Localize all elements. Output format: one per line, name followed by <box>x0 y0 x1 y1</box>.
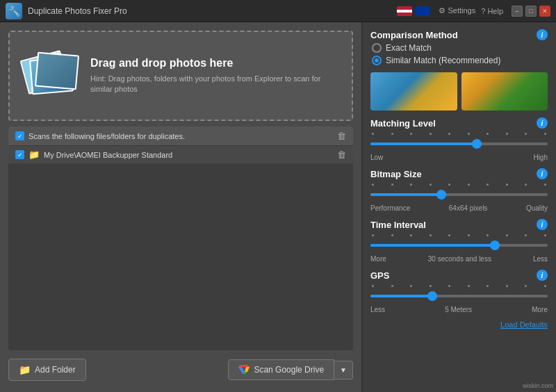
thumb-butterfly <box>370 72 457 111</box>
time-interval-title: Time Interval i <box>370 219 548 230</box>
exact-match-option[interactable]: Exact Match <box>372 43 548 53</box>
slider-dot <box>430 234 432 236</box>
slider-dot <box>468 183 470 186</box>
left-panel: Drag and drop photos here Hint: Drag pho… <box>0 22 361 392</box>
scan-drive-dropdown-button[interactable]: ▼ <box>334 361 353 379</box>
gps-section: GPS i Less <box>370 270 548 313</box>
bitmap-size-slider[interactable] <box>370 188 548 201</box>
add-folder-button[interactable]: 📁 Add Folder <box>8 359 86 381</box>
slider-dot <box>448 285 450 287</box>
gps-title: GPS i <box>370 270 548 281</box>
gps-fill <box>370 295 432 297</box>
slider-dot <box>391 183 393 186</box>
bottom-buttons: 📁 Add Folder Scan Google Drive ▼ <box>8 356 353 384</box>
slider-dot <box>430 183 432 186</box>
settings-link[interactable]: ⚙ Settings <box>439 6 475 15</box>
matching-level-dots <box>370 133 548 135</box>
file-checkbox[interactable]: ✓ <box>15 150 24 159</box>
app-title: Duplicate Photos Fixer Pro <box>28 6 127 16</box>
slider-dot <box>486 133 489 135</box>
time-interval-center: 30 seconds and less <box>428 255 491 263</box>
slider-dot <box>468 133 470 135</box>
table-row: ✓ 📁 My Drive\AOMEI Backupper Standard 🗑 <box>8 145 353 163</box>
time-interval-thumb[interactable] <box>490 240 500 250</box>
delete-file-icon[interactable]: 🗑 <box>337 149 346 160</box>
flags <box>397 6 430 16</box>
slider-dot <box>468 234 470 236</box>
similar-match-radio[interactable] <box>372 56 382 65</box>
window-controls: – □ ✕ <box>512 6 550 17</box>
file-item-label: My Drive\AOMEI Backupper Standard <box>44 151 172 159</box>
files-header-label: Scans the following files/folders for du… <box>28 132 185 140</box>
photo-card-3 <box>35 51 79 90</box>
time-interval-more: More <box>370 255 386 263</box>
gps-more: More <box>532 306 548 313</box>
bitmap-size-track <box>370 193 548 196</box>
slider-dot <box>372 133 374 135</box>
time-interval-info-icon[interactable]: i <box>537 219 548 230</box>
comparison-info-icon[interactable]: i <box>537 29 548 40</box>
bitmap-size-labels: Performance 64x64 pixels Quality <box>370 204 548 212</box>
slider-dot <box>544 133 546 135</box>
slider-dot <box>372 285 374 287</box>
similar-match-option[interactable]: Similar Match (Recommended) <box>372 56 548 65</box>
help-link[interactable]: ? Help <box>481 7 503 15</box>
bitmap-size-thumb[interactable] <box>436 190 446 199</box>
matching-level-info-icon[interactable]: i <box>537 117 548 129</box>
main-layout: Drag and drop photos here Hint: Drag pho… <box>0 22 556 392</box>
slider-dot <box>430 285 432 287</box>
slider-dot <box>486 234 489 236</box>
drop-hint: Hint: Drag photos, folders with your pho… <box>90 74 338 95</box>
photo-stack <box>24 48 79 104</box>
load-defaults-link[interactable]: Load Defaults <box>370 320 548 329</box>
time-interval-fill <box>370 244 495 247</box>
slider-dot <box>544 234 546 236</box>
slider-dot <box>525 183 527 186</box>
gps-slider[interactable] <box>370 290 548 302</box>
bitmap-size-fill <box>370 193 441 196</box>
slider-dot <box>525 133 527 135</box>
delete-all-icon[interactable]: 🗑 <box>337 131 346 141</box>
slider-dot <box>544 285 546 287</box>
gps-less: Less <box>370 306 385 313</box>
slider-dot <box>448 183 450 186</box>
matching-level-fill <box>370 142 477 145</box>
slider-dot <box>410 234 412 236</box>
slider-dot <box>506 285 508 287</box>
matching-level-labels: Low High <box>370 154 548 161</box>
slider-dot <box>544 183 546 186</box>
close-button[interactable]: ✕ <box>539 6 550 17</box>
slider-dot <box>372 234 374 236</box>
slider-dot <box>486 285 489 287</box>
matching-level-thumb[interactable] <box>472 139 482 149</box>
scan-google-drive-button[interactable]: Scan Google Drive <box>228 359 334 380</box>
gps-labels: Less 5 Meters More <box>370 306 548 313</box>
drop-zone[interactable]: Drag and drop photos here Hint: Drag pho… <box>8 31 353 121</box>
minimize-button[interactable]: – <box>512 6 523 17</box>
slider-dot <box>410 133 412 135</box>
slider-dot <box>410 183 412 186</box>
maximize-button[interactable]: □ <box>525 6 537 17</box>
time-interval-slider[interactable] <box>370 239 548 252</box>
slider-dot <box>506 133 508 135</box>
gps-thumb[interactable] <box>427 291 437 301</box>
slider-dot <box>391 133 393 135</box>
bitmap-size-info-icon[interactable]: i <box>537 168 548 179</box>
add-folder-label: Add Folder <box>35 365 76 375</box>
gps-info-icon[interactable]: i <box>537 270 548 281</box>
bitmap-size-dots <box>370 183 548 186</box>
files-section: ✓ Scans the following files/folders for … <box>8 126 353 350</box>
radio-dot <box>375 58 379 63</box>
matching-level-slider[interactable] <box>370 138 548 150</box>
select-all-checkbox[interactable]: ✓ <box>15 131 24 140</box>
thumbnails <box>370 72 548 111</box>
matching-level-high: High <box>533 154 548 161</box>
bitmap-size-performance: Performance <box>370 204 410 212</box>
matching-level-title: Matching Level i <box>370 117 548 129</box>
similar-match-label: Similar Match (Recommended) <box>386 56 500 65</box>
exact-match-radio[interactable] <box>372 43 382 53</box>
slider-dot <box>525 285 527 287</box>
title-bar-right: ⚙ Settings ? Help – □ ✕ <box>397 6 550 17</box>
bitmap-size-center: 64x64 pixels <box>449 204 488 212</box>
comparison-method-title: Comparison Method i <box>370 29 548 40</box>
